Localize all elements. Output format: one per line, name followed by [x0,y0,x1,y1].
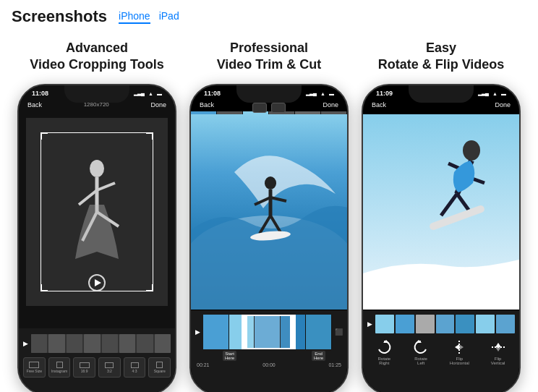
trim-cell [203,315,229,349]
filmstrip-cell [84,334,100,353]
phone1-content: 11:08 ▂▃▄ ▲ ▬ Back 1280x720 Done [19,85,175,392]
time-current: 00:00 [262,362,276,367]
size-label-43: 4:3 [132,369,137,373]
nav-done-3: Done [495,101,511,108]
rotate-cell [456,315,474,333]
phone-notch-trim [236,85,302,103]
rotate-options: RotateRight RotateLeft [366,339,516,365]
size-box-square [156,362,163,368]
page-container: Screenshots iPhone iPad Advanced Video C… [0,0,538,392]
trim-handle-left[interactable] [242,315,247,349]
flip-v-label: FlipVertical [491,357,505,365]
phone-mockup-trim: 11:08 ▂▃▄ ▲ ▬ Back Done [189,84,349,392]
crop-corner-tl [40,132,48,140]
filmstrip-1 [31,334,171,353]
size-option-169[interactable]: 16:9 [73,357,95,378]
toolbar-icon-trim[interactable] [271,103,286,113]
phone-screen-rotate: 11:09 ▂▃▄ ▲ ▬ Back Done [363,85,519,392]
caption-crop: Advanced Video Cropping Tools [30,36,163,77]
status-icons-3: ▂▃▄ ▲ ▬ [478,90,506,97]
trim-label-end-here: Here [314,356,323,360]
status-time-3: 11:09 [376,90,393,97]
tab-ipad[interactable]: iPad [159,10,179,24]
wifi-icon: ▲ [148,91,153,96]
snowboard-image [363,114,519,310]
tab-iphone[interactable]: iPhone [119,10,150,24]
wifi-icon-3: ▲ [492,91,498,96]
size-option-43[interactable]: 4:3 [124,357,146,378]
status-time-1: 11:08 [32,90,48,97]
trim-label-start: Start Here [223,351,236,361]
filmstrip-cell [31,334,47,353]
phone3-content: 11:09 ▂▃▄ ▲ ▬ Back Done [363,85,519,392]
status-icons-1: ▂▃▄ ▲ ▬ [134,90,162,97]
rotate-right-svg [376,339,392,355]
screenshot-item-trim: Professional Video Trim & Cut 11:08 ▂▃▄ … [187,36,351,392]
rotate-option-left[interactable]: RotateLeft [413,339,429,365]
phone1-bottom: ▶ [19,328,175,392]
surf-image [191,114,347,310]
trim-controls-row: ▶ [191,310,347,349]
flip-horizontal-option[interactable]: FlipHorizontal [450,339,469,365]
play-icon-rotate[interactable]: ▶ [367,320,372,328]
camera-icon: ⬛ [335,328,343,336]
play-icon-filmstrip[interactable]: ▶ [23,340,28,347]
size-option-instagram[interactable]: Instagram [48,357,71,378]
size-label-square: Square [154,369,166,373]
nav-back-1: Back [27,101,42,108]
rotate-cell [496,315,515,333]
signal-icon-2: ▂▃▄ [306,90,317,96]
crop-corner-bl [40,284,48,291]
rotate-left-icon [413,339,429,355]
rotate-cell [416,315,435,333]
flip-vertical-option[interactable]: FlipVertical [490,339,506,365]
flip-v-svg [490,339,506,355]
caption-trim-line2: Video Trim & Cut [217,56,322,73]
nav-back-3: Back [372,101,386,108]
size-option-32[interactable]: 3:2 [98,357,121,378]
rotate-filmstrip-row: ▶ [363,310,519,333]
phone-screen-trim: 11:08 ▂▃▄ ▲ ▬ Back Done [191,85,347,392]
signal-icon: ▂▃▄ [134,90,145,96]
toolbar-icon-split[interactable] [252,103,267,113]
phone-mockup-crop: 11:08 ▂▃▄ ▲ ▬ Back 1280x720 Done [17,84,176,392]
size-label-169: 16:9 [81,369,88,373]
caption-trim: Professional Video Trim & Cut [217,36,322,77]
size-box-instagram [56,362,63,368]
filmstrip-cell [67,334,82,353]
phone2-content: 11:08 ▂▃▄ ▲ ▬ Back Done [191,85,347,392]
size-option-freesize[interactable]: Free Size [23,357,46,378]
caption-crop-line2: Video Cropping Tools [30,56,163,73]
svg-marker-27 [495,343,501,347]
size-box-32 [105,362,114,368]
trim-handle-right[interactable] [290,315,296,349]
snowboarder-svg [363,114,519,310]
screenshot-item-crop: Advanced Video Cropping Tools 11:08 ▂▃▄ … [14,36,179,392]
rotate-cell [396,315,414,333]
size-option-square[interactable]: Square [148,357,171,378]
caption-rotate: Easy Rotate & Flip Videos [378,36,505,77]
size-box-169 [80,362,90,368]
size-label-freesize: Free Size [27,369,42,373]
rotate-option-right[interactable]: RotateRight [376,339,392,365]
svg-line-9 [270,197,286,201]
status-time-2: 11:08 [204,90,221,97]
toolbar-icons [191,103,347,113]
size-options: Free Size Instagram 16:9 [23,357,171,378]
battery-icon-3: ▬ [501,91,506,96]
screenshot-item-rotate: Easy Rotate & Flip Videos 11:09 ▂▃▄ ▲ [359,36,524,392]
play-button[interactable] [88,274,106,291]
flip-h-svg [451,339,467,355]
trim-filmstrip [203,315,332,349]
crop-corner-tr [146,132,153,140]
phone3-bottom: ▶ [363,310,519,392]
time-row: 00:21 00:00 01:25 [191,361,347,369]
crop-overlay [40,132,153,291]
phone-notch-rotate [409,85,474,103]
wifi-icon-2: ▲ [320,91,325,96]
filmstrip-cell [137,334,153,353]
dancer-image-area [26,118,168,306]
play-icon-trim[interactable]: ▶ [195,328,200,336]
time-start: 00:21 [197,362,210,367]
time-end: 01:25 [328,362,341,367]
